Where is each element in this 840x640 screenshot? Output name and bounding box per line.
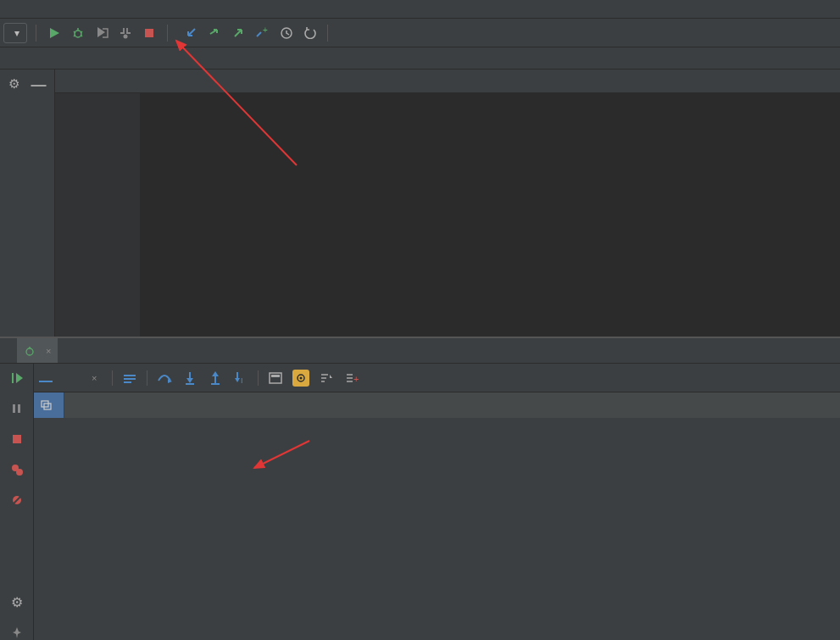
svg-rect-14 [12, 373, 14, 383]
svg-text:+: + [353, 374, 359, 384]
editor-tabs [55, 70, 840, 93]
run-icon[interactable] [45, 24, 64, 42]
svg-rect-25 [124, 381, 131, 383]
variables-panel[interactable] [34, 418, 840, 428]
svg-marker-0 [50, 28, 59, 38]
close-icon[interactable]: × [92, 373, 97, 383]
svg-marker-28 [186, 378, 193, 383]
svg-text:+: + [263, 27, 268, 35]
evaluate-expression-icon[interactable] [267, 370, 284, 387]
gear-icon[interactable]: ⚙ [8, 76, 19, 94]
view-breakpoints-icon[interactable] [8, 460, 26, 479]
pause-icon[interactable] [8, 399, 26, 418]
git-new-branch-icon[interactable]: + [253, 24, 271, 42]
profile-icon[interactable] [116, 24, 135, 42]
debug-session-tab[interactable]: × [17, 338, 58, 363]
svg-marker-34 [235, 378, 240, 382]
svg-text:I: I [241, 376, 243, 385]
stop-icon[interactable] [140, 24, 159, 42]
step-into-icon[interactable] [181, 370, 198, 387]
separator [258, 370, 259, 386]
bug-icon [24, 345, 36, 357]
svg-marker-31 [212, 371, 219, 376]
main-toolbar: ▾ + [0, 19, 840, 47]
resume-icon[interactable] [8, 369, 26, 387]
svg-rect-17 [18, 404, 20, 413]
close-icon[interactable]: × [46, 346, 51, 356]
git-pull-icon[interactable] [181, 24, 200, 42]
svg-marker-15 [16, 373, 23, 383]
svg-rect-36 [270, 373, 281, 383]
breadcrumb [0, 47, 840, 70]
svg-point-8 [124, 34, 128, 38]
stack-frame[interactable] [34, 392, 64, 418]
sort-vars-icon[interactable] [318, 370, 335, 387]
svg-point-1 [75, 31, 81, 37]
tab-output[interactable]: × [83, 368, 103, 387]
step-over-icon[interactable] [156, 370, 173, 387]
stop-debug-icon[interactable] [8, 430, 26, 448]
svg-point-39 [300, 376, 303, 379]
debug-icon[interactable] [69, 24, 87, 42]
svg-point-20 [16, 469, 23, 476]
settings-icon[interactable]: ⚙ [8, 593, 26, 611]
pin-icon[interactable] [8, 623, 26, 640]
tab-debugger[interactable] [39, 374, 53, 382]
evaluate-input[interactable] [64, 392, 840, 418]
svg-rect-9 [145, 29, 153, 37]
frames-icon [41, 400, 53, 410]
show-execution-point-icon[interactable] [121, 370, 138, 387]
code-area[interactable] [140, 93, 840, 337]
gutter[interactable] [55, 93, 140, 337]
debug-sidebar: ⚙ [0, 364, 34, 640]
new-watch-icon[interactable]: + [343, 370, 360, 387]
git-push-icon[interactable] [229, 24, 248, 42]
svg-rect-23 [124, 375, 136, 376]
git-commit-icon[interactable] [205, 24, 224, 42]
debug-toolbar: × I + [34, 364, 840, 392]
svg-rect-37 [271, 375, 280, 377]
svg-point-12 [26, 348, 33, 355]
svg-rect-18 [13, 435, 21, 443]
chevron-down-icon: ▾ [14, 27, 19, 39]
separator [112, 370, 113, 386]
step-out-icon[interactable] [207, 370, 224, 387]
run-config-selector[interactable]: ▾ [3, 23, 27, 43]
code-editor[interactable] [55, 93, 840, 337]
tab-console[interactable] [61, 375, 75, 381]
separator [36, 25, 36, 42]
separator [327, 25, 328, 42]
svg-rect-24 [124, 378, 136, 380]
mute-breakpoints-icon[interactable] [8, 491, 26, 509]
svg-marker-43 [330, 375, 332, 378]
rollback-icon[interactable] [300, 24, 319, 42]
coverage-icon[interactable] [92, 24, 111, 42]
svg-rect-16 [13, 404, 15, 413]
run-to-cursor-icon[interactable]: I [232, 370, 249, 387]
project-tool-sidebar: ⚙ — [0, 70, 55, 337]
debug-tool-window: × ⚙ × I [0, 337, 840, 640]
trace-icon[interactable] [292, 370, 309, 387]
menu-bar [0, 0, 840, 19]
separator [147, 370, 147, 386]
history-icon[interactable] [276, 24, 295, 42]
separator [167, 25, 168, 42]
minimize-icon[interactable]: — [31, 76, 47, 94]
